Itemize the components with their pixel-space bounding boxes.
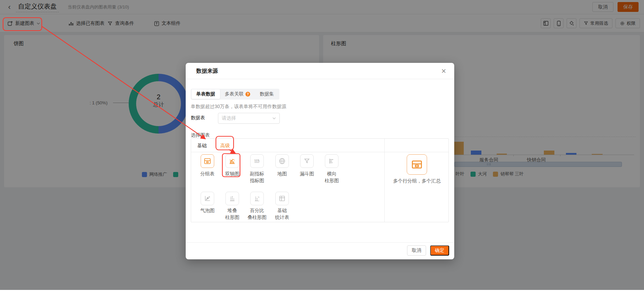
chart-type-percent-stacked-bar[interactable]: % [250,192,264,205]
chevron-down-icon [272,117,276,120]
chart-type-label[interactable]: 漏斗图 [294,170,320,177]
bubble-chart-icon [204,195,211,202]
tab-dataset[interactable]: 数据集 [255,89,279,99]
indicator-123-icon: 123 1 [253,157,261,165]
tab-basic[interactable]: 基础 [197,139,207,152]
chart-type-label[interactable]: 分组表 [195,170,220,177]
tab-single-table[interactable]: 单表数据 [191,89,220,99]
data-source-modal: 数据来源 × 单表数据 多表关联 ? 数据集 单数据超过30万条，该表单将不可用… [186,63,454,259]
tab-label: 多表关联 [225,91,244,97]
modal-confirm-button[interactable]: 确定 [430,245,449,256]
data-source-tabs: 单表数据 多表关联 ? 数据集 [191,89,279,100]
dual-axis-icon [228,157,236,165]
data-limit-note: 单数据超过30万条，该表单将不可用作数据源 [191,104,287,110]
chart-type-bubble[interactable] [201,192,214,205]
datatable-field-label: 数据表 [191,115,205,121]
chart-type-label[interactable]: 基础 统计表 [269,207,295,221]
tab-label: 数据集 [260,91,274,97]
select-chart-label: 选择图表 [191,132,210,138]
chart-type-grouped-table[interactable] [201,154,214,168]
chart-type-funnel[interactable] [300,154,314,168]
chart-type-picker: 基础 高级 123 1 [191,138,449,222]
help-badge-icon[interactable]: ? [245,92,250,97]
selected-type-preview[interactable] [407,154,427,175]
datatable-select[interactable]: 请选择 [218,113,280,124]
modal-cancel-button[interactable]: 取消 [407,245,426,256]
page-bottom-strip [0,290,644,294]
grouped-table-large-icon [411,159,423,170]
percent-stacked-bar-icon: % [253,195,261,202]
modal-title: 数据来源 [196,68,218,75]
chart-type-secondary-indicator[interactable]: 123 1 [250,154,264,168]
tab-multi-table[interactable]: 多表关联 ? [220,89,255,99]
app-page: ‹ 自定义仪表盘 当前仪表盘内的图表用量 (3/10) 取消 保存 新建图表 选… [0,0,644,294]
chart-type-horizontal-bar[interactable] [325,154,338,168]
preview-caption: 多个行分组，多个汇总 [385,178,449,184]
chart-type-label[interactable]: 堆叠 柱形图 [219,207,245,221]
chart-type-stacked-bar[interactable] [225,192,239,205]
chart-type-label[interactable]: 双轴图 [219,170,245,177]
chart-type-label[interactable]: 地图 [269,170,295,177]
chart-type-map[interactable] [275,154,289,168]
svg-text:1: 1 [259,160,260,162]
chart-type-label[interactable]: 百分比 叠柱形图 [244,207,270,221]
stacked-bar-icon [228,195,236,202]
picker-tab-bar: 基础 高级 [191,139,448,152]
chart-type-dual-axis[interactable] [225,154,239,168]
horizontal-bar-icon [328,157,335,165]
select-placeholder: 请选择 [222,115,272,121]
chart-type-label[interactable]: 副指标 指标图 [244,170,270,184]
grouped-table-icon [203,157,211,165]
svg-text:%: % [258,196,259,198]
tab-label: 单表数据 [196,91,215,97]
stats-table-icon [278,195,286,202]
chart-type-label[interactable]: 横向 柱形图 [319,170,345,184]
close-icon[interactable]: × [440,66,447,76]
funnel-chart-icon [303,157,311,165]
tab-advanced[interactable]: 高级 [220,139,230,152]
globe-icon [278,157,286,165]
chart-type-basic-stats-table[interactable] [275,192,289,205]
chart-type-label[interactable]: 气泡图 [195,207,220,214]
